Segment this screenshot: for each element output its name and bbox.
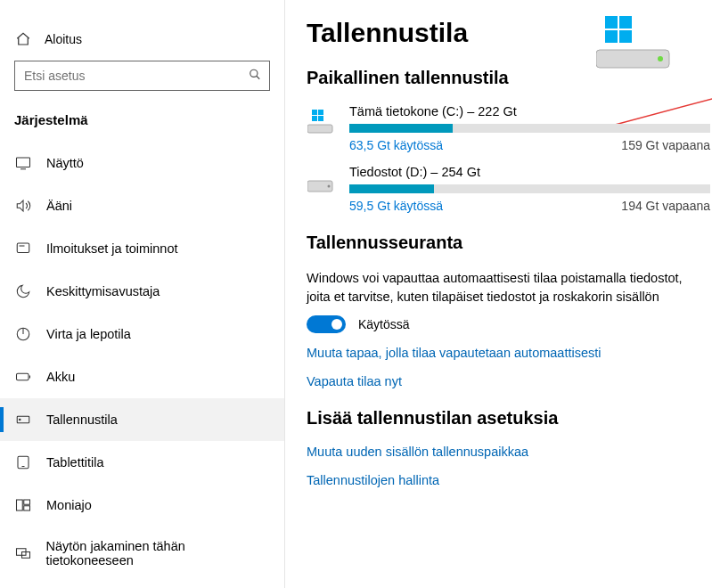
sidebar-item-label: Moniajo <box>46 498 92 512</box>
svg-rect-17 <box>24 506 30 510</box>
svg-rect-30 <box>318 116 323 121</box>
drive-row-c[interactable]: Tämä tietokone (C:) – 222 Gt 63,5 Gt käy… <box>307 104 712 152</box>
storage-icon <box>14 411 32 429</box>
sidebar-item-label: Tallennustila <box>46 412 118 427</box>
battery-icon <box>14 368 32 386</box>
sidebar-item-tablet[interactable]: Tablettitila <box>0 441 284 484</box>
svg-rect-16 <box>24 500 30 504</box>
sidebar-item-label: Näyttö <box>46 156 84 170</box>
drive-c-icon <box>307 108 335 136</box>
toggle-label: Käytössä <box>358 317 410 331</box>
link-free-now[interactable]: Vapauta tilaa nyt <box>307 374 712 388</box>
svg-point-33 <box>328 185 331 188</box>
power-icon <box>14 325 32 343</box>
section-header: Järjestelmä <box>0 105 284 142</box>
drive-row-d[interactable]: Tiedostot (D:) – 254 Gt 59,5 Gt käytössä… <box>307 165 712 213</box>
drive-illustration-icon <box>596 16 676 71</box>
project-icon <box>14 544 31 562</box>
storage-sense-heading: Tallennusseuranta <box>307 233 712 253</box>
svg-rect-29 <box>312 116 317 121</box>
drive-usage-bar <box>349 124 710 133</box>
sound-icon <box>14 197 32 215</box>
sidebar-item-notifications[interactable]: Ilmoitukset ja toiminnot <box>0 227 284 270</box>
storage-sense-toggle[interactable] <box>307 315 346 333</box>
more-settings-heading: Lisää tallennustilan asetuksia <box>307 408 712 429</box>
sidebar-item-sound[interactable]: Ääni <box>0 184 284 227</box>
sidebar-item-projecting[interactable]: Näytön jakaminen tähän tietokoneeseen <box>0 527 284 580</box>
sidebar-item-label: Tablettitila <box>46 455 103 470</box>
sidebar-item-display[interactable]: Näyttö <box>0 142 284 184</box>
sidebar-item-label: Ilmoitukset ja toiminnot <box>46 241 177 256</box>
svg-point-0 <box>250 69 258 77</box>
svg-line-1 <box>257 76 260 79</box>
sidebar-item-label: Ääni <box>46 199 72 213</box>
search-input[interactable] <box>14 61 270 91</box>
svg-point-12 <box>20 419 21 421</box>
search-icon <box>249 69 261 84</box>
svg-rect-2 <box>17 158 30 167</box>
sidebar-item-battery[interactable]: Akku <box>0 355 284 398</box>
link-change-auto[interactable]: Muuta tapaa, jolla tilaa vapautetaan aut… <box>307 346 712 360</box>
drive-title: Tämä tietokone (C:) – 222 Gt <box>349 104 710 118</box>
svg-rect-23 <box>619 30 632 43</box>
sidebar-item-multitasking[interactable]: Moniajo <box>0 484 284 527</box>
svg-rect-20 <box>605 16 618 29</box>
svg-rect-9 <box>17 373 29 380</box>
sidebar-item-power[interactable]: Virta ja lepotila <box>0 313 284 355</box>
sidebar: Aloitus Järjestelmä Näyttö Ääni Ilmoituk… <box>0 0 285 588</box>
drive-used-label: 63,5 Gt käytössä <box>349 138 443 152</box>
drive-usage-fill <box>349 124 453 133</box>
main-panel: Tallennustila Paikallinen tallennustila … <box>285 0 712 588</box>
multitask-icon <box>14 496 32 514</box>
link-change-save-location[interactable]: Muuta uuden sisällön tallennuspaikkaa <box>307 445 712 459</box>
svg-rect-5 <box>17 243 29 253</box>
svg-point-25 <box>658 56 663 61</box>
svg-rect-28 <box>318 110 323 115</box>
svg-marker-4 <box>17 200 23 211</box>
storage-sense-desc: Windows voi vapauttaa automaattisesti ti… <box>307 269 712 306</box>
focus-icon <box>14 282 32 300</box>
drive-usage-fill <box>349 184 434 193</box>
notifications-icon <box>14 240 32 257</box>
drive-used-label: 59,5 Gt käytössä <box>349 199 443 213</box>
drive-free-label: 194 Gt vapaana <box>621 199 710 213</box>
home-button[interactable]: Aloitus <box>0 25 284 61</box>
sidebar-item-label: Keskittymisavustaja <box>46 284 160 298</box>
sidebar-item-label: Virta ja lepotila <box>46 327 131 341</box>
svg-rect-21 <box>619 16 632 29</box>
link-manage-spaces[interactable]: Tallennustilojen hallinta <box>307 473 712 487</box>
sidebar-item-storage[interactable]: Tallennustila <box>0 398 284 441</box>
display-icon <box>14 154 32 172</box>
home-label: Aloitus <box>45 32 82 46</box>
svg-rect-22 <box>605 30 618 43</box>
drive-title: Tiedostot (D:) – 254 Gt <box>349 165 710 179</box>
drive-free-label: 159 Gt vapaana <box>621 138 710 152</box>
drive-usage-bar <box>349 184 710 193</box>
svg-rect-15 <box>17 500 23 510</box>
svg-rect-31 <box>307 125 332 133</box>
sidebar-item-label: Näytön jakaminen tähän tietokoneeseen <box>45 539 270 568</box>
tablet-icon <box>14 453 32 471</box>
home-icon <box>14 30 32 48</box>
drive-d-icon <box>307 168 335 197</box>
svg-rect-27 <box>312 110 317 115</box>
sidebar-item-label: Akku <box>46 370 75 384</box>
sidebar-item-focus-assist[interactable]: Keskittymisavustaja <box>0 270 284 313</box>
